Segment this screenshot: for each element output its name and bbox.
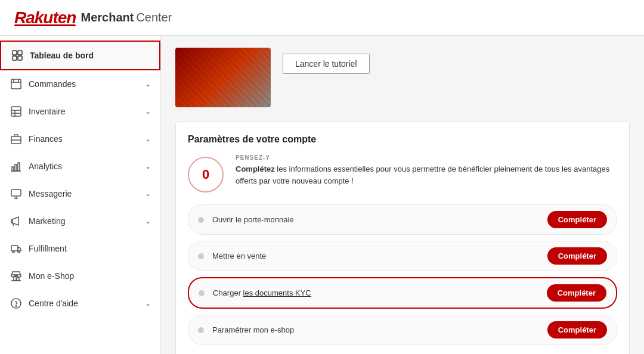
progress-number: 0: [202, 167, 209, 182]
chevron-down-icon: ⌄: [145, 80, 151, 88]
chevron-down-icon: ⌄: [145, 299, 151, 308]
svg-rect-21: [11, 246, 18, 251]
bar-chart-icon: [10, 160, 23, 173]
progress-desc-rest: les informations essentielles pour vous …: [236, 164, 609, 185]
svg-rect-14: [12, 167, 14, 171]
tutorial-image-inner: [175, 48, 271, 107]
task-item-charger-documents-kyc: Charger les documents KYC Compléter: [188, 277, 617, 309]
sidebar-item-centre-aide[interactable]: Centre d'aide ⌄: [0, 290, 160, 317]
help-circle-icon: [10, 297, 23, 310]
sidebar-item-commandes[interactable]: Commandes ⌄: [0, 70, 160, 98]
grid-icon: [11, 49, 24, 62]
content-area: Lancer le tutoriel Paramètres de votre c…: [161, 36, 644, 354]
svg-point-23: [18, 251, 20, 253]
complete-button-mettre-en-vente[interactable]: Compléter: [547, 247, 607, 265]
monitor-icon: [10, 187, 23, 200]
briefcase-icon: [10, 132, 23, 145]
task-label: Ouvrir le porte-monnaie: [212, 215, 547, 224]
params-title: Paramètres de votre compte: [188, 134, 617, 145]
chevron-down-icon: ⌄: [145, 135, 151, 143]
task-label: Mettre en vente: [212, 251, 547, 260]
pensez-y-label: PENSEZ-Y: [236, 154, 617, 161]
progress-text-block: PENSEZ-Y Complétez les informations esse…: [236, 154, 617, 187]
svg-rect-4: [11, 79, 21, 89]
progress-circle: 0: [188, 157, 224, 192]
progress-row: 0 PENSEZ-Y Complétez les informations es…: [188, 154, 617, 192]
megaphone-icon: [10, 215, 23, 228]
tutorial-button[interactable]: Lancer le tutoriel: [283, 54, 370, 74]
task-list: Ouvrir le porte-monnaie Compléter Mettre…: [188, 204, 617, 345]
logo-rakuten: Rakuten: [14, 8, 76, 27]
sidebar-item-tableau-de-bord[interactable]: Tableau de bord: [0, 41, 160, 70]
progress-description: Complétez les informations essentielles …: [236, 163, 617, 187]
svg-rect-15: [15, 164, 17, 171]
task-dot: [198, 217, 204, 223]
complete-button-ouvrir-porte-monnaie[interactable]: Compléter: [547, 211, 607, 228]
sidebar-item-label: Tableau de bord: [30, 51, 150, 60]
sidebar-item-label: Mon e-Shop: [29, 271, 151, 281]
sidebar-item-label: Analytics: [29, 162, 145, 171]
task-dot: [198, 253, 204, 259]
chevron-down-icon: ⌄: [145, 107, 151, 116]
sidebar-item-label: Inventaire: [29, 107, 145, 116]
sidebar-item-messagerie[interactable]: Messagerie ⌄: [0, 180, 160, 207]
sidebar-item-analytics[interactable]: Analytics ⌄: [0, 153, 160, 180]
store-icon: [10, 269, 23, 282]
chevron-down-icon: ⌄: [145, 217, 151, 225]
chevron-down-icon: ⌄: [145, 162, 151, 170]
svg-point-22: [13, 251, 14, 253]
sidebar-item-label: Centre d'aide: [29, 299, 145, 308]
sidebar-item-marketing[interactable]: Marketing ⌄: [0, 207, 160, 235]
sidebar-item-label: Messagerie: [29, 189, 145, 198]
sidebar-item-finances[interactable]: Finances ⌄: [0, 125, 160, 153]
task-dot: [199, 290, 205, 296]
sidebar-item-label: Commandes: [29, 79, 145, 89]
svg-rect-8: [11, 107, 21, 116]
task-item-ouvrir-porte-monnaie: Ouvrir le porte-monnaie Compléter: [188, 204, 617, 235]
task-item-parametrer-eshop: Paramétrer mon e-shop Compléter: [188, 315, 617, 345]
task-label-underline: les documents KYC: [243, 288, 311, 297]
truck-icon: [10, 242, 23, 255]
svg-rect-0: [13, 51, 17, 55]
sidebar-item-label: Finances: [29, 134, 145, 144]
tutorial-btn-area: Lancer le tutoriel: [283, 48, 370, 74]
sidebar: Tableau de bord Commandes ⌄: [0, 36, 161, 354]
logo-merchant: Merchant: [80, 11, 134, 24]
svg-point-28: [16, 306, 16, 306]
tag-icon: [10, 77, 23, 91]
task-label: Charger les documents KYC: [213, 288, 547, 297]
task-dot: [198, 327, 204, 333]
table-icon: [10, 105, 23, 118]
chevron-down-icon: ⌄: [145, 190, 151, 198]
progress-desc-highlight: Complétez: [236, 164, 275, 173]
svg-rect-2: [13, 56, 17, 60]
svg-rect-3: [18, 56, 22, 60]
task-label-pre: Charger: [213, 288, 243, 297]
tutorial-image: [175, 48, 271, 107]
sidebar-item-label: Fulfillment: [29, 244, 151, 253]
sidebar-item-inventaire[interactable]: Inventaire ⌄: [0, 98, 160, 125]
header: Rakuten Merchant Center: [0, 0, 644, 36]
main-layout: Tableau de bord Commandes ⌄: [0, 36, 644, 354]
svg-rect-16: [18, 163, 20, 171]
logo-center: Center: [136, 11, 172, 24]
complete-button-parametrer-eshop[interactable]: Compléter: [547, 321, 607, 339]
svg-rect-1: [18, 51, 22, 55]
svg-rect-18: [11, 190, 21, 196]
task-label: Paramétrer mon e-shop: [212, 325, 547, 334]
complete-button-charger-documents-kyc[interactable]: Compléter: [547, 284, 606, 302]
sidebar-item-label: Marketing: [29, 216, 145, 226]
sidebar-item-fulfillment[interactable]: Fulfillment: [0, 235, 160, 262]
sidebar-item-mon-eshop[interactable]: Mon e-Shop: [0, 262, 160, 290]
tutorial-section: Lancer le tutoriel: [175, 48, 630, 107]
svg-rect-24: [14, 277, 16, 281]
params-section: Paramètres de votre compte 0 PENSEZ-Y Co…: [175, 122, 630, 354]
task-item-mettre-en-vente: Mettre en vente Compléter: [188, 241, 617, 271]
